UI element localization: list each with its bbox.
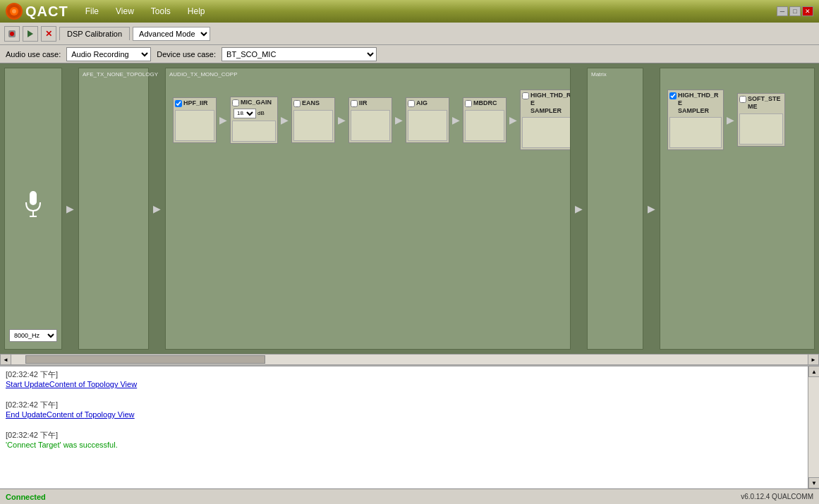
version-text: v6.0.12.4 QUALCOMM: [741, 493, 813, 500]
block-eans[interactable]: EANS: [291, 97, 335, 143]
mono-copp-label: AUDIO_TX_MONO_COPP: [167, 70, 239, 79]
log-scroll-down[interactable]: ▼: [808, 477, 819, 488]
block-mbdrc[interactable]: MBDRC: [463, 97, 506, 143]
block-iir[interactable]: IIR: [348, 97, 392, 143]
mic-gain-label: MIC_GAIN: [241, 99, 272, 106]
menu-view[interactable]: View: [113, 5, 137, 18]
matrix-panel: Matrix: [587, 68, 643, 350]
afe-panel-label: AFE_TX_NONE_TOPOLOGY: [80, 70, 160, 80]
menu-file[interactable]: File: [83, 5, 102, 18]
aig-checkbox[interactable]: [408, 100, 415, 107]
arrow-10: ▶: [648, 203, 655, 214]
scroll-left-button[interactable]: ◄: [0, 354, 11, 365]
block-hpf-iir[interactable]: HPF_IIR: [173, 97, 217, 143]
mic-gain-checkbox[interactable]: [232, 99, 239, 106]
log-text-1[interactable]: Start UpdateContent of Topology View: [6, 380, 137, 388]
block-mic-gain[interactable]: MIC_GAIN 18.0 dB: [230, 97, 278, 144]
arrow-11: ▶: [727, 114, 734, 125]
scroll-thumb[interactable]: [25, 355, 265, 364]
gain-unit: dB: [257, 110, 265, 116]
log-area-container: [02:32:42 下午] Start UpdateContent of Top…: [0, 365, 819, 488]
hpf-iir-checkbox[interactable]: [175, 100, 182, 107]
arrow-8: ▶: [509, 114, 517, 125]
horizontal-scrollbar[interactable]: ◄ ►: [0, 354, 819, 365]
gain-value-select[interactable]: 18.0: [233, 109, 256, 118]
iir-checkbox[interactable]: [351, 100, 358, 107]
iir-label: IIR: [359, 99, 368, 107]
eans-checkbox[interactable]: [293, 100, 301, 107]
device-usecase-label: Device use case:: [157, 50, 216, 59]
toolbar: ✕ DSP Calibration Advanced Mode Basic Mo…: [0, 23, 819, 45]
soft-ste-me-checkbox[interactable]: [739, 96, 746, 103]
arrow-1: ▶: [66, 203, 74, 214]
log-timestamp-1: [02:32:42 下午]: [6, 370, 58, 379]
high-thd-left-checkbox[interactable]: [522, 92, 529, 99]
high-thd-left-label: HIGH_THD_RE SAMPLER: [530, 92, 571, 114]
usecase-bar: Audio use case: Audio Recording Audio Pl…: [0, 45, 819, 63]
scroll-track[interactable]: [11, 355, 808, 364]
app: QACT File View Tools Help ─ □ ✕ ✕ DSP Ca…: [0, 0, 819, 504]
play-button[interactable]: [23, 26, 38, 42]
arrow-4: ▶: [281, 114, 289, 125]
stop-button[interactable]: ✕: [41, 26, 56, 42]
arrow-7: ▶: [452, 114, 460, 125]
log-text-2[interactable]: End UpdateContent of Topology View: [6, 410, 134, 419]
log-timestamp-2: [02:32:42 下午]: [6, 400, 58, 409]
log-area: [02:32:42 下午] Start UpdateContent of Top…: [0, 366, 819, 488]
mbdrc-checkbox[interactable]: [465, 100, 472, 107]
log-entry-2: [02:32:42 下午] End UpdateContent of Topol…: [6, 400, 805, 419]
eans-label: EANS: [302, 99, 320, 107]
record-button[interactable]: [4, 26, 20, 42]
log-vscroll-track[interactable]: [808, 377, 819, 477]
arrow-3: ▶: [219, 114, 227, 125]
mono-copp-panel: AUDIO_TX_MONO_COPP HPF_IIR ▶ MIC_GAI: [165, 68, 571, 350]
menu-tools[interactable]: Tools: [148, 5, 174, 18]
block-soft-ste-me[interactable]: SOFT_STE ME: [737, 93, 785, 147]
log-text-3: 'Connect Target' was successful.: [6, 441, 118, 449]
log-vscroll[interactable]: ▲ ▼: [808, 366, 819, 488]
statusbar: Connected v6.0.12.4 QUALCOMM: [0, 488, 819, 504]
audio-usecase-select[interactable]: Audio Recording Audio Playback: [66, 47, 151, 61]
blocks-row: HPF_IIR ▶ MIC_GAIN 18.0 dB: [166, 68, 570, 157]
right-panel: HIGH_THD_RE SAMPLER ▶ SOFT_STE ME: [660, 68, 815, 350]
matrix-label: Matrix: [589, 70, 609, 79]
app-title: QACT: [25, 4, 68, 20]
arrow-5: ▶: [338, 114, 346, 125]
svg-point-4: [10, 32, 14, 36]
high-thd-right-checkbox[interactable]: [669, 92, 677, 99]
log-timestamp-3: [02:32:42 下午]: [6, 431, 58, 439]
mode-select[interactable]: Advanced Mode Basic Mode: [133, 27, 210, 41]
minimize-button[interactable]: ─: [777, 6, 788, 16]
log-entry-3: [02:32:42 下午] 'Connect Target' was succe…: [6, 430, 805, 449]
mic-panel: 8000_Hz 16000_Hz 48000_Hz: [4, 68, 62, 350]
main-canvas: 8000_Hz 16000_Hz 48000_Hz ▶ AFE_TX_NONE_…: [0, 63, 819, 354]
menu-bar: File View Tools Help: [83, 5, 208, 18]
afe-panel: AFE_TX_NONE_TOPOLOGY: [78, 68, 149, 350]
aig-label: AIG: [416, 99, 427, 107]
arrow-9: ▶: [575, 203, 583, 214]
svg-point-2: [12, 9, 16, 13]
tab-dsp-calibration[interactable]: DSP Calibration: [59, 27, 130, 40]
svg-rect-6: [30, 191, 37, 205]
svg-marker-5: [28, 30, 33, 37]
block-aig[interactable]: AIG: [406, 97, 449, 143]
soft-ste-me-label: SOFT_STE ME: [748, 95, 781, 111]
titlebar: QACT File View Tools Help ─ □ ✕: [0, 0, 819, 23]
high-thd-right-label: HIGH_THD_RE SAMPLER: [678, 92, 722, 114]
scroll-right-button[interactable]: ►: [808, 354, 819, 365]
menu-help[interactable]: Help: [185, 5, 208, 18]
log-entry-1: [02:32:42 下午] Start UpdateContent of Top…: [6, 369, 805, 388]
maximize-button[interactable]: □: [789, 6, 801, 16]
connection-status: Connected: [6, 493, 46, 501]
close-button[interactable]: ✕: [802, 6, 813, 16]
right-blocks-row: HIGH_THD_RE SAMPLER ▶ SOFT_STE ME: [660, 68, 814, 157]
log-scroll-up[interactable]: ▲: [808, 366, 819, 377]
block-high-thd-resampler-right[interactable]: HIGH_THD_RE SAMPLER: [667, 90, 724, 150]
logo-icon: [6, 3, 23, 20]
frequency-select[interactable]: 8000_Hz 16000_Hz 48000_Hz: [9, 329, 57, 342]
arrow-2: ▶: [153, 203, 161, 214]
mic-icon: [23, 190, 44, 223]
arrow-6: ▶: [395, 114, 403, 125]
device-usecase-select[interactable]: BT_SCO_MIC HANDSET_MIC SPEAKER: [222, 47, 377, 61]
block-high-thd-resampler-left[interactable]: HIGH_THD_RE SAMPLER: [520, 90, 571, 150]
